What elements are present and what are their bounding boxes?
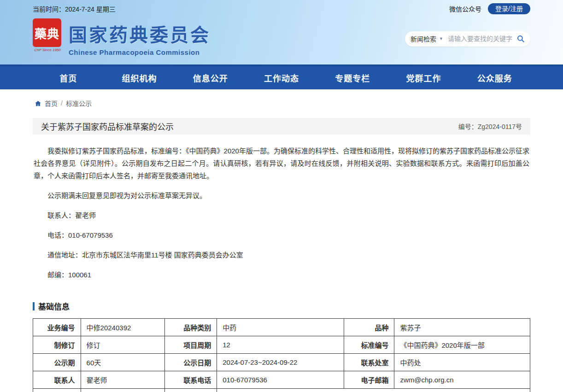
chp-seal-logo: 藥典 ChP Since 1950: [33, 18, 62, 52]
cell-label: 公示日期: [164, 354, 217, 371]
breadcrumb-separator: /: [61, 99, 63, 107]
cell-value: 100061: [81, 389, 164, 392]
table-row: 邮编 100061 通信地址 北京市东城区法华南里11号楼 国家药典委员会办公室: [33, 389, 530, 392]
nav-item-party-work[interactable]: 党群工作: [388, 66, 459, 89]
cell-value: 紫苏子: [394, 319, 530, 336]
zipcode-line: 邮编：100061: [34, 269, 529, 281]
cell-value: 010-67079536: [217, 371, 344, 389]
search-box: 新闻检索 ▼: [405, 31, 530, 47]
site-subtitle: Chinese Pharmacopoeia Commission: [69, 48, 211, 56]
breadcrumb-current: 标准公示: [66, 99, 92, 108]
home-icon: [35, 100, 41, 107]
table-row: 公示期 60天 公示日期 2024-07-23~2024-09-22 联系处室 …: [33, 354, 530, 371]
cell-label: 品种: [344, 319, 394, 336]
table-row: 制修订 修订 项目周期 12 标准编号 《中国药典》2020年版一部: [33, 336, 530, 354]
nav-item-info-disclosure[interactable]: 信息公开: [175, 66, 246, 89]
cell-label: 通信地址: [164, 389, 217, 392]
seal-icon: 藥典: [33, 18, 61, 47]
article-title: 关于紫苏子国家药品标准草案的公示: [41, 120, 174, 132]
search-input[interactable]: [448, 35, 516, 42]
article-doc-number: 编号：Zg2024-0117号: [458, 122, 522, 131]
cell-label: 邮编: [33, 389, 81, 392]
article-paragraph: 我委拟修订紫苏子国家药品标准，标准编号：《中国药典》2020年版一部。为确保标准…: [34, 145, 529, 182]
nav-item-public-service[interactable]: 公众服务: [459, 66, 530, 89]
main-content: 首页 / 标准公示 关于紫苏子国家药品标准草案的公示 编号：Zg2024-011…: [33, 89, 530, 392]
article-paragraph: 公示期满未回复意见即视为对公示标准草案无异议。: [34, 189, 529, 202]
cell-value: 中药处: [394, 354, 530, 371]
cell-label: 项目周期: [164, 336, 217, 354]
table-row: 联系人 翟老师 联系电话 010-67079536 电子邮箱 zwm@chp.o…: [33, 371, 530, 389]
current-time-label: 当前时间：2024-7-24 星期三: [33, 4, 116, 13]
article-title-bar: 关于紫苏子国家药品标准草案的公示 编号：Zg2024-0117号: [33, 118, 530, 135]
nav-item-work-news[interactable]: 工作动态: [246, 66, 317, 89]
cell-label: 公示期: [33, 354, 81, 371]
article-body: 我委拟修订紫苏子国家药品标准，标准编号：《中国药典》2020年版一部。为确保标准…: [33, 135, 530, 293]
nav-item-special-topics[interactable]: 专题专栏: [317, 66, 388, 89]
section-title: 基础信息: [38, 300, 70, 312]
cell-value: zwm@chp.org.cn: [394, 371, 530, 389]
search-category-label: 新闻检索: [411, 34, 436, 43]
table-row: 业务编号 中修20240392 品种类别 中药 品种 紫苏子: [33, 319, 530, 336]
cell-label: 电子邮箱: [344, 371, 394, 389]
cell-value: 北京市东城区法华南里11号楼 国家药典委员会办公室: [217, 389, 530, 392]
top-bar: 当前时间：2024-7-24 星期三 微信公众号 登录/注册: [33, 0, 530, 14]
cell-value: 2024-07-23~2024-09-22: [217, 354, 344, 371]
page-header: 当前时间：2024-7-24 星期三 微信公众号 登录/注册 藥典 ChP Si…: [0, 0, 563, 64]
wechat-official-link[interactable]: 微信公众号: [449, 4, 481, 13]
cell-value: 12: [217, 336, 344, 354]
cell-value: 《中国药典》2020年版一部: [394, 336, 530, 354]
cell-label: 制修订: [33, 336, 81, 354]
basic-info-table: 业务编号 中修20240392 品种类别 中药 品种 紫苏子 制修订 修订 项目…: [33, 318, 530, 392]
nav-item-home[interactable]: 首页: [33, 66, 104, 89]
section-accent-bar: [33, 302, 35, 310]
basic-info-section-header: 基础信息: [33, 300, 530, 312]
contact-person-line: 联系人：翟老师: [34, 209, 529, 222]
cell-label: 业务编号: [33, 319, 81, 336]
cell-value: 翟老师: [81, 371, 164, 389]
main-nav: 首页 组织机构 信息公开 工作动态 专题专栏 党群工作 公众服务: [0, 64, 563, 89]
address-line: 通信地址：北京市东城区法华南里11号楼 国家药典委员会办公室: [34, 249, 529, 261]
cell-label: 联系处室: [344, 354, 394, 371]
site-title: 国家药典委员会: [69, 20, 211, 47]
site-brand[interactable]: 藥典 ChP Since 1950 国家药典委员会 Chinese Pharma…: [33, 18, 211, 56]
cell-value: 修订: [81, 336, 164, 354]
breadcrumb: 首页 / 标准公示: [33, 89, 530, 118]
cell-value: 60天: [81, 354, 164, 371]
chevron-down-icon: ▼: [439, 36, 443, 41]
cell-label: 品种类别: [164, 319, 217, 336]
cell-label: 标准编号: [344, 336, 394, 354]
breadcrumb-home-link[interactable]: 首页: [45, 99, 58, 108]
nav-item-organization[interactable]: 组织机构: [104, 66, 175, 89]
cell-value: 中修20240392: [81, 319, 164, 336]
search-button[interactable]: [516, 35, 525, 43]
search-icon: [516, 35, 525, 43]
cell-label: 联系电话: [164, 371, 217, 389]
cell-value: 中药: [217, 319, 344, 336]
search-category-dropdown[interactable]: 新闻检索 ▼: [411, 34, 443, 43]
cell-label: 联系人: [33, 371, 81, 389]
phone-line: 电话：010-67079536: [34, 229, 529, 241]
seal-caption: ChP Since 1950: [33, 48, 62, 52]
login-register-button[interactable]: 登录/注册: [488, 3, 530, 14]
